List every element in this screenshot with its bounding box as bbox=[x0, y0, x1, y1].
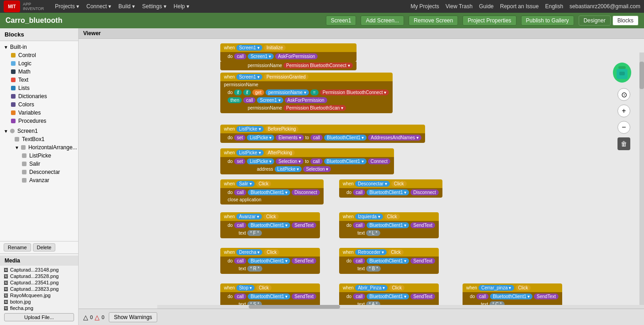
nav-language[interactable]: English bbox=[545, 3, 563, 10]
horizontal-scroll-thumb[interactable] bbox=[249, 305, 340, 309]
sendtext4-pill: SendText bbox=[410, 258, 435, 264]
when-label-10: when bbox=[343, 250, 354, 255]
backpack-icon[interactable] bbox=[611, 62, 633, 85]
nav-build[interactable]: Build ▾ bbox=[118, 3, 135, 10]
tree-buttons: Rename Delete bbox=[0, 241, 78, 253]
media-file-5[interactable]: 🖼 RayoMcqueen.jpg bbox=[0, 292, 78, 299]
horizontal-scrollbar[interactable] bbox=[157, 305, 644, 309]
do-label-3: do bbox=[228, 135, 233, 140]
rename-button[interactable]: Rename bbox=[4, 243, 31, 252]
blocks-canvas[interactable]: when Screen1 ▾ Initialize do call Screen… bbox=[79, 39, 644, 325]
tree-textbox1[interactable]: TextBox1 bbox=[0, 135, 78, 143]
ha-icon bbox=[21, 145, 26, 150]
stop-pill: Stop ▾ bbox=[236, 285, 255, 291]
block-retroceder-click[interactable]: when Retroceder ▾ Click do call Bluetoot… bbox=[339, 248, 439, 274]
publish-gallery-button[interactable]: Publish to Gallery bbox=[521, 16, 574, 26]
category-colors[interactable]: Colors bbox=[0, 100, 78, 109]
tree-salir[interactable]: Salir bbox=[0, 160, 78, 168]
control-color bbox=[11, 53, 16, 58]
nav-my-projects[interactable]: My Projects bbox=[410, 3, 439, 10]
block-avanzar-click[interactable]: when Avanzar ▾ Click do call BluetoothCl… bbox=[220, 212, 320, 238]
media-file-2[interactable]: 🖼 Capturad...23528.png bbox=[0, 273, 78, 279]
add-screen-button[interactable]: Add Screen... bbox=[361, 16, 404, 26]
tree-avanzar[interactable]: Avanzar bbox=[0, 176, 78, 184]
tree-horizontal-arrangement[interactable]: ▼ HorizontalArrange... bbox=[0, 143, 78, 152]
media-file-4[interactable]: 🖼 Capturad...23823.png bbox=[0, 286, 78, 292]
when-label-8: when bbox=[343, 214, 354, 219]
media-file-7[interactable]: 🖼 flecha.png bbox=[0, 305, 78, 311]
nav-report-issue[interactable]: Report an Issue bbox=[500, 3, 539, 10]
category-text[interactable]: Text bbox=[0, 76, 78, 84]
builtin-section[interactable]: ▼ Built-in bbox=[0, 43, 78, 51]
nav-view-trash[interactable]: View Trash bbox=[446, 3, 473, 10]
block-salir-click[interactable]: when Salir ▾ Click do call BluetoothClie… bbox=[220, 179, 324, 204]
block-derecha-click[interactable]: when Derecha ▾ Click do call BluetoothCl… bbox=[220, 248, 320, 274]
builtin-toggle: ▼ bbox=[4, 45, 8, 50]
trash-icon[interactable]: 🗑 bbox=[617, 137, 630, 150]
block-permission-granted[interactable]: when Screen1 ▾ PermissionGranted permiss… bbox=[220, 73, 393, 113]
media-file-6[interactable]: 🖼 boton.jpg bbox=[0, 299, 78, 305]
listpicke-pill-3: ListPicke ▾ bbox=[236, 150, 264, 156]
category-control[interactable]: Control bbox=[0, 51, 78, 59]
pname-get-pill: permissionName ▾ bbox=[266, 89, 309, 95]
delete-button[interactable]: Delete bbox=[33, 243, 56, 252]
procedures-color bbox=[11, 119, 16, 123]
listpicke-pill-2: ListPicke ▾ bbox=[247, 135, 274, 141]
screen1-pill: Screen1 ▾ bbox=[236, 45, 262, 51]
project-properties-button[interactable]: Project Properties bbox=[463, 16, 516, 26]
text-label-4: text bbox=[357, 266, 365, 271]
nav-help[interactable]: Help ▾ bbox=[174, 3, 189, 10]
zoom-in-icon[interactable]: + bbox=[617, 105, 630, 117]
screen1-pill-3: Screen1 ▾ bbox=[236, 74, 262, 80]
math-color bbox=[11, 69, 16, 74]
remove-screen-button[interactable]: Remove Screen bbox=[409, 16, 458, 26]
screen1-section[interactable]: ▼ Screen1 bbox=[0, 127, 78, 135]
when-label-12: when bbox=[343, 285, 354, 290]
izquierda-pill: Izquierda ▾ bbox=[355, 214, 383, 220]
b-text-pill: * B * bbox=[366, 266, 381, 272]
tree-listpicke[interactable]: ListPicke bbox=[0, 152, 78, 160]
block-screen1-initialize[interactable]: when Screen1 ▾ Initialize do call Screen… bbox=[220, 43, 357, 70]
connect-pill: Connect bbox=[368, 158, 390, 164]
nav-projects[interactable]: Projects ▾ bbox=[55, 3, 79, 10]
block-desconectar-click[interactable]: when Desconectar ▾ Click do call Bluetoo… bbox=[339, 179, 442, 198]
logic-color bbox=[11, 61, 16, 66]
vertical-scrollbar[interactable] bbox=[639, 52, 644, 309]
vertical-scroll-thumb[interactable] bbox=[639, 62, 644, 89]
blocks-button[interactable]: Blocks bbox=[612, 16, 639, 26]
category-procedures[interactable]: Procedures bbox=[0, 117, 78, 125]
colors-color bbox=[11, 102, 16, 107]
screen1-button[interactable]: Screen1 bbox=[326, 16, 357, 26]
show-warnings-button[interactable]: Show Warnings bbox=[109, 312, 157, 322]
to-label-2: to bbox=[305, 159, 309, 164]
upload-file-button[interactable]: Upload File... bbox=[4, 313, 75, 321]
tree-desconectar[interactable]: Desconectar bbox=[0, 168, 78, 176]
category-variables[interactable]: Variables bbox=[0, 109, 78, 117]
target-icon[interactable]: ⊙ bbox=[617, 88, 630, 101]
zoom-out-icon[interactable]: − bbox=[617, 121, 630, 134]
error-warning-icon: △ bbox=[95, 314, 100, 321]
warning-indicators: △ 0 △ 0 bbox=[83, 314, 104, 321]
category-logic[interactable]: Logic bbox=[0, 59, 78, 68]
nav-connect[interactable]: Connect ▾ bbox=[86, 3, 111, 10]
cerrar-pill: Cerrar_pinza ▾ bbox=[479, 285, 514, 291]
click2-pill: Click bbox=[391, 181, 407, 187]
designer-button[interactable]: Designer bbox=[579, 16, 611, 26]
category-lists[interactable]: Lists bbox=[0, 84, 78, 92]
nav-guide[interactable]: Guide bbox=[479, 3, 494, 10]
category-math[interactable]: Math bbox=[0, 68, 78, 76]
blocks-header: Blocks bbox=[0, 28, 78, 41]
file-icon-5: 🖼 bbox=[4, 293, 8, 298]
media-file-3[interactable]: 🖼 Capturad...23541.png bbox=[0, 279, 78, 286]
media-file-1[interactable]: 🖼 Capturad...23148.png bbox=[0, 267, 78, 273]
nav-user-email[interactable]: sebastianrz2006@gmail.com bbox=[569, 3, 640, 10]
block-izquierda-click[interactable]: when Izquierda ▾ Click do call Bluetooth… bbox=[339, 212, 439, 238]
btclient-pill-8: BluetoothClient1 ▾ bbox=[367, 258, 409, 264]
block-after-picking[interactable]: when ListPicke ▾ AfterPicking do set Lis… bbox=[220, 148, 394, 174]
nav-settings[interactable]: Settings ▾ bbox=[142, 3, 166, 10]
media-filename-2: Capturad...23528.png bbox=[10, 273, 59, 279]
category-dictionaries[interactable]: Dictionaries bbox=[0, 92, 78, 100]
do-label-13: do bbox=[470, 294, 475, 299]
block-before-picking[interactable]: when ListPicke ▾ BeforePicking do set Li… bbox=[220, 125, 425, 143]
warning-count-2: 0 bbox=[101, 315, 104, 320]
